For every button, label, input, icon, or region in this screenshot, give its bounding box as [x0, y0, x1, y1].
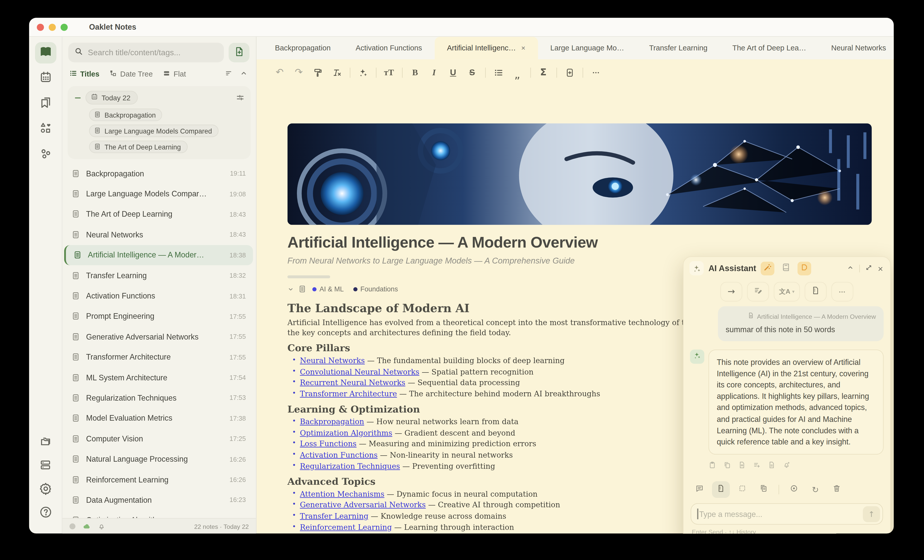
- tab-large-language-mo[interactable]: Large Language Mo…: [538, 37, 637, 59]
- continue-writing-button[interactable]: →: [720, 282, 742, 301]
- note-link[interactable]: Backpropagation: [300, 417, 364, 426]
- note-list-item[interactable]: Regularization Techniques17:53: [62, 388, 253, 408]
- collapse-panel-icon[interactable]: [847, 263, 854, 273]
- note-tag[interactable]: AI & ML: [312, 285, 344, 292]
- paste-icon[interactable]: [708, 460, 716, 471]
- close-panel-icon[interactable]: ×: [878, 264, 883, 273]
- rail-folders-button[interactable]: [35, 431, 56, 453]
- tab-neural-networks[interactable]: Neural Networks: [819, 37, 894, 59]
- note-link[interactable]: Generative Adversarial Networks: [300, 500, 426, 509]
- regenerate-button[interactable]: ↻: [806, 481, 824, 498]
- new-note-from-reply-icon[interactable]: [738, 460, 746, 471]
- rail-help-button[interactable]: [35, 503, 56, 524]
- note-list-item[interactable]: Generative Adversarial Networks17:55: [62, 326, 253, 347]
- filter-sliders-icon[interactable]: [236, 93, 245, 102]
- note-link[interactable]: Optimization Algorithms: [300, 428, 392, 437]
- note-list-item[interactable]: ML System Architecture17:54: [62, 367, 253, 388]
- ai-chat-area[interactable]: Artificial Intelligence — A Modern Overv…: [684, 306, 890, 475]
- note-link[interactable]: Transformer Architecture: [300, 389, 397, 398]
- note-list-item[interactable]: Backpropagation19:11: [62, 163, 253, 184]
- more-tools-button[interactable]: [588, 65, 603, 79]
- chat-mode-button[interactable]: [691, 481, 708, 498]
- ai-message-input[interactable]: Type a message... ↑: [691, 503, 883, 524]
- note-link[interactable]: Activation Functions: [300, 451, 378, 460]
- note-link[interactable]: Neural Networks: [300, 356, 365, 365]
- append-to-note-icon[interactable]: [753, 460, 761, 471]
- chevron-down-icon[interactable]: [287, 286, 294, 292]
- note-list-item[interactable]: Activation Functions18:31: [62, 286, 253, 306]
- note-link[interactable]: Convolutional Neural Networks: [300, 367, 419, 376]
- strikethrough-button[interactable]: S: [465, 65, 479, 79]
- view-tab-date-tree[interactable]: Date Tree: [110, 69, 153, 79]
- rail-shapes-button[interactable]: [35, 118, 56, 140]
- ai-sparkles-button[interactable]: [356, 65, 370, 79]
- collapse-all-icon[interactable]: [240, 69, 248, 79]
- italic-button[interactable]: I: [427, 65, 441, 79]
- note-list-item[interactable]: Natural Language Processing16:26: [62, 449, 253, 470]
- note-list-item[interactable]: Large Language Models Compar…19:08: [62, 184, 253, 204]
- rail-bookmarks-button[interactable]: [35, 93, 56, 115]
- note-title[interactable]: Artificial Intelligence — A Modern Overv…: [287, 233, 872, 252]
- note-list-item[interactable]: Reinforcement Learning16:26: [62, 469, 253, 490]
- view-tab-flat[interactable]: Flat: [163, 69, 186, 79]
- minimize-window-button[interactable]: [49, 24, 56, 31]
- note-list-item[interactable]: Computer Vision17:25: [62, 428, 253, 449]
- improve-writing-button[interactable]: [747, 282, 769, 301]
- insert-table-button[interactable]: [562, 65, 577, 79]
- rail-notes-button[interactable]: [35, 42, 56, 63]
- rail-calendar-button[interactable]: [35, 67, 56, 89]
- note-properties-icon[interactable]: [298, 285, 307, 293]
- ai-mode-wand-button[interactable]: [761, 262, 775, 275]
- note-context-button[interactable]: [712, 481, 730, 498]
- view-tab-titles[interactable]: Titles: [69, 69, 99, 79]
- expand-panel-icon[interactable]: [866, 263, 873, 273]
- copy-icon[interactable]: [723, 460, 731, 471]
- tab-transfer-learning[interactable]: Transfer Learning: [637, 37, 720, 59]
- ai-mode-shape-button[interactable]: [798, 262, 812, 275]
- note-link[interactable]: Transfer Learning: [300, 512, 368, 521]
- underline-button[interactable]: U: [446, 65, 460, 79]
- note-link[interactable]: Attention Mechanisms: [300, 489, 384, 498]
- preview-button[interactable]: [785, 481, 803, 498]
- note-list-item[interactable]: Model Evaluation Metrics17:38: [62, 408, 253, 428]
- tree-child-note-chip[interactable]: Backpropagation: [89, 109, 162, 121]
- bold-button[interactable]: B: [408, 65, 422, 79]
- text-size-button[interactable]: ᴛT: [382, 65, 396, 79]
- rail-graph-button[interactable]: [35, 144, 56, 165]
- summarize-note-button[interactable]: [805, 282, 826, 301]
- multi-note-context-button[interactable]: [755, 481, 772, 498]
- note-link[interactable]: Reinforcement Learning: [300, 523, 392, 532]
- send-button[interactable]: ↑: [863, 506, 880, 522]
- selection-context-button[interactable]: [734, 481, 751, 498]
- note-link[interactable]: Loss Functions: [300, 439, 357, 448]
- note-list-item[interactable]: The Art of Deep Learning18:43: [62, 204, 253, 225]
- note-tag[interactable]: Foundations: [353, 285, 398, 292]
- rail-settings-button[interactable]: [35, 479, 56, 500]
- clear-format-button[interactable]: [330, 65, 344, 79]
- tree-child-note-chip[interactable]: The Art of Deep Learning: [89, 141, 188, 153]
- tab-the-art-of-deep-lea[interactable]: The Art of Deep Lea…: [720, 37, 819, 59]
- translate-button[interactable]: 文A▾: [774, 282, 800, 301]
- note-list-item[interactable]: Data Augmentation16:23: [62, 490, 253, 511]
- bullet-list-button[interactable]: [491, 65, 506, 79]
- close-window-button[interactable]: [37, 24, 44, 31]
- view-source-icon[interactable]: [768, 460, 776, 471]
- note-list-item[interactable]: Transformer Architecture17:55: [62, 347, 253, 367]
- format-paint-button[interactable]: [310, 65, 325, 79]
- formula-button[interactable]: Σ: [536, 65, 550, 79]
- note-link[interactable]: Recurrent Neural Networks: [300, 378, 405, 387]
- note-list-item[interactable]: Prompt Engineering17:55: [62, 306, 253, 326]
- note-list-item[interactable]: Neural Networks18:43: [62, 225, 253, 245]
- clear-chat-button[interactable]: [828, 481, 846, 498]
- search-input[interactable]: Search title/content/tags...: [68, 43, 224, 62]
- note-list-item[interactable]: Transfer Learning18:32: [62, 265, 253, 286]
- tab-backpropagation[interactable]: Backpropagation: [262, 37, 343, 59]
- remind-icon[interactable]: [783, 460, 790, 471]
- tree-child-note-chip[interactable]: Large Language Models Compared: [89, 125, 218, 137]
- new-note-button[interactable]: [229, 43, 249, 62]
- tab-activation-functions[interactable]: Activation Functions: [343, 37, 434, 59]
- today-group-chip[interactable]: Today 22: [86, 91, 137, 105]
- tab-close-icon[interactable]: ×: [521, 45, 525, 52]
- collapse-tree-icon[interactable]: [74, 93, 82, 102]
- undo-button[interactable]: ↶: [273, 65, 287, 79]
